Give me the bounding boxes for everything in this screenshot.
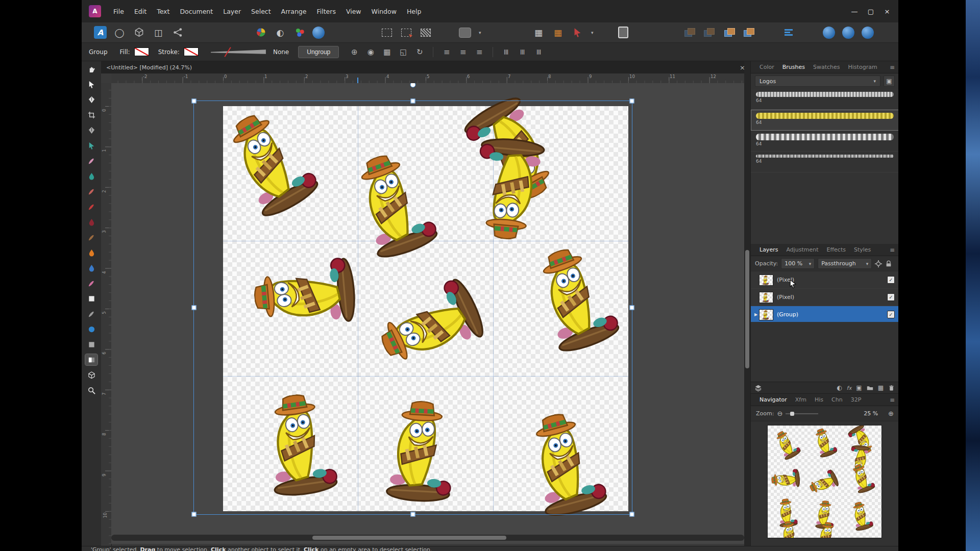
new-layer-icon[interactable]: ▦ [878, 384, 884, 391]
designer-persona-icon[interactable]: A [94, 26, 107, 39]
brush-item[interactable]: 64 [751, 89, 898, 110]
menu-item[interactable]: Help [402, 5, 427, 18]
delete-layer-icon[interactable] [888, 385, 895, 391]
navigator-preview[interactable] [767, 425, 882, 538]
dodge-brush-tool[interactable] [85, 247, 97, 258]
grid-icon[interactable]: ▦ [532, 26, 545, 39]
menu-item[interactable]: Select [246, 5, 276, 18]
menu-item[interactable]: Filters [311, 5, 340, 18]
navigator-tab[interactable]: His [811, 394, 827, 405]
stroke-width-preview[interactable] [211, 47, 266, 57]
studio-tab[interactable]: Brushes [779, 62, 808, 72]
color-picker-tool[interactable] [85, 94, 97, 105]
share-icon[interactable] [171, 26, 184, 39]
menu-item[interactable]: Document [175, 5, 218, 18]
live-filter-icon[interactable]: ▣ [856, 384, 862, 391]
pen-tool[interactable] [85, 124, 97, 136]
publisher-persona-icon[interactable] [132, 26, 145, 39]
move-tool[interactable] [85, 79, 97, 90]
burn-brush-tool[interactable] [85, 262, 97, 273]
menu-item[interactable]: Layer [218, 5, 246, 18]
layer-thumbnail[interactable] [759, 274, 773, 286]
cycle-selection-icon[interactable]: ◉ [364, 46, 377, 58]
erase-brush-tool[interactable] [85, 293, 97, 304]
stroke-style-value[interactable]: None [273, 48, 289, 56]
canvas-viewport[interactable] [111, 83, 744, 544]
smudge-tool[interactable] [85, 186, 97, 197]
move-to-back-icon[interactable] [742, 26, 755, 39]
menu-item[interactable]: File [108, 5, 129, 18]
duck-object[interactable] [206, 97, 333, 231]
brush-item[interactable]: 64 [751, 131, 898, 152]
mesh-warp-tool[interactable] [85, 369, 97, 381]
zoom-out-button[interactable]: ⊖ [777, 410, 782, 417]
lock-icon[interactable] [885, 260, 892, 267]
clone-brush-tool[interactable] [85, 232, 97, 243]
brush-list-view-button[interactable]: ▣ [884, 76, 895, 87]
style-picker-button[interactable] [458, 26, 472, 39]
layer-thumbnail[interactable] [759, 292, 773, 303]
maximize-button[interactable]: ▢ [863, 6, 879, 17]
pixel-brush-tool[interactable] [85, 216, 97, 228]
brush-item[interactable]: 64 [751, 110, 898, 131]
insert-target-icon[interactable] [617, 26, 630, 39]
document-page[interactable] [223, 106, 628, 511]
studio-tab[interactable]: Histogram [845, 62, 881, 72]
crop-tool[interactable] [85, 109, 97, 120]
gradient-tool[interactable] [85, 354, 97, 365]
vertical-scrollbar-thumb[interactable] [745, 250, 749, 368]
layers-stack-icon[interactable] [755, 385, 762, 391]
style-picker-caret-icon[interactable]: ▾ [479, 30, 481, 35]
color-replacement-tool[interactable] [85, 339, 97, 350]
horizontal-scrollbar-thumb[interactable] [312, 536, 506, 540]
paint-brush-tool[interactable] [85, 201, 97, 212]
studio-tab[interactable]: Color [756, 62, 778, 72]
navigator-tab[interactable]: Navigator [756, 394, 791, 405]
marquee-rect-icon[interactable] [380, 26, 394, 39]
layer-expander-icon[interactable]: ▶ [753, 312, 759, 317]
layer-row[interactable]: (Pixel) ✓ [751, 289, 898, 306]
pointer-options-caret-icon[interactable]: ▾ [591, 30, 594, 35]
opacity-dropdown[interactable]: 100 % ▾ [781, 258, 815, 269]
selection-handle[interactable] [192, 306, 197, 310]
ungroup-button[interactable]: Ungroup [298, 46, 339, 58]
stroke-swatch[interactable] [184, 47, 199, 56]
layers-tab[interactable]: Styles [850, 244, 874, 255]
distribute-first-icon[interactable]: ≡ [501, 46, 512, 58]
rotation-handle[interactable] [410, 83, 416, 88]
navigator-tab[interactable]: 32P [847, 394, 865, 405]
toolbar-sphere-icon-1[interactable] [823, 27, 835, 39]
rgb-dots-icon[interactable] [293, 26, 306, 39]
selection-handle[interactable] [630, 512, 634, 517]
panel-menu-icon[interactable]: ≡ [890, 64, 895, 71]
align-right-icon[interactable]: ≡ [473, 46, 485, 58]
zoom-in-button[interactable]: ⊕ [888, 410, 894, 417]
panel-menu-icon[interactable]: ≡ [890, 396, 895, 404]
flood-fill-tool[interactable] [85, 170, 97, 182]
navigator-tab[interactable]: Chn [828, 394, 846, 405]
duck-object[interactable] [366, 264, 497, 386]
pattern-box-icon[interactable] [419, 26, 432, 39]
layers-tab[interactable]: Effects [823, 244, 849, 255]
duck-object[interactable] [461, 132, 557, 243]
zoom-slider-thumb[interactable] [790, 412, 794, 416]
transform-objects-icon[interactable]: ◱ [397, 46, 409, 58]
layers-tab[interactable]: Layers [756, 244, 781, 255]
selection-handle[interactable] [192, 99, 197, 104]
photo-persona-icon[interactable]: ◯ [113, 26, 126, 39]
layer-visibility-checkbox[interactable]: ✓ [887, 311, 895, 318]
layer-row[interactable]: ▶ (Group) ✓ [751, 306, 898, 323]
selection-handle[interactable] [630, 306, 634, 310]
toolbar-sphere-icon-3[interactable] [862, 27, 874, 39]
blue-sphere-icon[interactable] [312, 27, 325, 39]
duck-object[interactable] [517, 236, 634, 364]
selection-handle[interactable] [192, 512, 197, 517]
median-brush-tool[interactable] [85, 323, 97, 335]
duck-object[interactable] [251, 245, 362, 341]
distribute-last-icon[interactable]: ≡ [533, 46, 545, 58]
layers-tab[interactable]: Adjustment [782, 244, 822, 255]
adjustment-layer-icon[interactable]: ◐ [837, 384, 842, 391]
alignment-icon[interactable] [782, 26, 795, 39]
menu-item[interactable]: Window [366, 5, 402, 18]
view-tool[interactable] [85, 63, 97, 74]
